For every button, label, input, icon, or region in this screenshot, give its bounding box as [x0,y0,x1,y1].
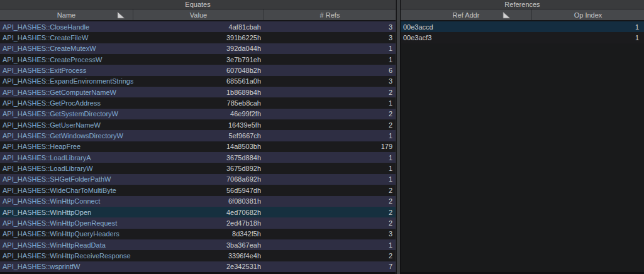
equate-refs-cell: 3 [264,34,396,41]
equate-refs-cell: 2 [264,209,396,216]
table-row[interactable]: 00e3acf31 [401,32,644,43]
equate-name-cell: API_HASHES::ExitProcess [0,67,133,74]
equate-name-cell: API_HASHES::GetComputerNameW [0,89,133,96]
equate-value-cell: 4ed70682h [133,209,264,216]
equate-value-cell: 391b6225h [133,34,264,41]
equate-refs-cell: 2 [264,89,396,96]
equate-refs-cell: 3 [264,77,396,85]
table-row[interactable]: API_HASHES::GetUserNameW16439e5fh2 [0,119,396,130]
reference-op-index-cell: 1 [532,34,644,41]
equate-name-cell: API_HASHES::GetWindowsDirectoryW [0,132,133,140]
equate-value-cell: 46e99f2fh [133,110,264,118]
table-row[interactable]: API_HASHES::GetComputerNameW1b8689b4h2 [0,87,396,97]
equate-value-cell: 685561a0h [133,77,264,85]
reference-addr-cell: 00e3acf3 [401,34,532,41]
equate-name-cell: API_HASHES::WinHttpConnect [0,197,133,205]
table-row[interactable]: API_HASHES::GetProcAddress785eb8cah1 [0,97,396,108]
table-row[interactable]: API_HASHES::WinHttpOpenRequest2ed47b18h2 [0,217,396,228]
equate-name-cell: API_HASHES::LoadLibraryA [0,154,133,162]
reference-addr-cell: 00e3accd [401,23,532,31]
table-row[interactable]: API_HASHES::WinHttpReceiveResponse3396f4… [0,250,396,261]
equate-refs-cell: 1 [264,56,396,63]
equate-name-cell: API_HASHES::CreateProcessW [0,56,133,63]
table-row[interactable]: API_HASHES::CreateFileW391b6225h3 [0,32,396,43]
equate-name-cell: API_HASHES::LoadLibraryW [0,165,133,172]
table-row[interactable]: API_HASHES::GetSystemDirectoryW46e99f2fh… [0,109,396,119]
equate-name-cell: API_HASHES::WinHttpOpen [0,209,133,216]
equate-value-cell: 5ef9667ch [133,132,264,140]
equate-name-cell: API_HASHES::CloseHandle [0,23,133,31]
table-row[interactable]: API_HASHES::wsprintfW2e342531h7 [0,261,396,272]
equates-table-body: API_HASHES::CloseHandle4af81cbah3API_HAS… [0,21,396,272]
equate-refs-cell: 7 [264,263,396,270]
table-row[interactable]: API_HASHES::CreateMutexW392da044h1 [0,43,396,54]
equate-name-cell: API_HASHES::CreateMutexW [0,45,133,52]
equate-refs-cell: 3 [264,23,396,31]
equate-refs-cell: 1 [264,175,396,183]
table-row[interactable]: API_HASHES::CloseHandle4af81cbah3 [0,21,396,32]
equate-value-cell: 1b8689b4h [133,89,264,96]
equate-refs-cell: 2 [264,219,396,227]
equates-panel: Equates Name Value # Refs API_HASHES::Cl… [0,0,396,274]
equate-name-cell: API_HASHES::HeapFree [0,143,133,150]
equate-name-cell: API_HASHES::CreateFileW [0,34,133,41]
equates-header-row: Name Value # Refs [0,9,396,21]
column-header-value[interactable]: Value [133,9,264,20]
table-row[interactable]: API_HASHES::ExpandEnvironmentStringsW685… [0,76,396,87]
table-row[interactable]: API_HASHES::LoadLibraryW3675d892h1 [0,163,396,173]
column-header-name[interactable]: Name [0,9,133,20]
equate-value-cell: 3396f4e4h [133,252,264,260]
references-panel-title: References [401,0,644,9]
equate-refs-cell: 1 [264,99,396,107]
panel-splitter[interactable] [396,0,401,274]
equate-refs-cell: 2 [264,197,396,205]
equate-name-cell: API_HASHES::WideCharToMultiByte [0,187,133,194]
equate-name-cell: API_HASHES::wsprintfW [0,263,133,270]
equate-name-cell: API_HASHES::SHGetFolderPathW [0,175,133,183]
table-row[interactable]: API_HASHES::WinHttpOpen4ed70682h2 [0,207,396,217]
column-header-ref-addr[interactable]: Ref Addr [401,9,532,20]
equate-refs-cell: 179 [264,143,396,150]
column-header-ref-addr-label: Ref Addr [453,11,480,19]
equate-value-cell: 2ed47b18h [133,219,264,227]
equate-refs-cell: 2 [264,252,396,260]
column-header-refs-label: # Refs [320,11,340,19]
reference-op-index-cell: 1 [532,23,644,31]
equate-refs-cell: 1 [264,241,396,249]
equate-name-cell: API_HASHES::GetSystemDirectoryW [0,110,133,118]
equate-value-cell: 7068a692h [133,175,264,183]
equate-refs-cell: 1 [264,165,396,172]
table-row[interactable]: API_HASHES::WinHttpReadData3ba367eah1 [0,239,396,250]
column-header-op-index-label: Op Index [574,11,602,19]
equate-refs-cell: 2 [264,121,396,129]
table-row[interactable]: API_HASHES::LoadLibraryA3675d884h1 [0,152,396,163]
table-row[interactable]: 00e3accd1 [401,21,644,32]
table-row[interactable]: API_HASHES::GetWindowsDirectoryW5ef9667c… [0,130,396,141]
table-row[interactable]: API_HASHES::HeapFree14a8503bh179 [0,141,396,152]
equate-name-cell: API_HASHES::ExpandEnvironmentStringsW [0,77,133,85]
equate-value-cell: 3675d892h [133,165,264,172]
equates-references-view: Equates Name Value # Refs API_HASHES::Cl… [0,0,644,274]
column-header-refs[interactable]: # Refs [264,9,396,20]
table-row[interactable]: API_HASHES::CreateProcessW3e7b791eh1 [0,54,396,65]
column-header-op-index[interactable]: Op Index [532,9,644,20]
equate-name-cell: API_HASHES::WinHttpOpenRequest [0,219,133,227]
table-row[interactable]: API_HASHES::WinHttpConnect6f080381h2 [0,196,396,207]
sort-indicator-icon [502,12,511,19]
equate-name-cell: API_HASHES::WinHttpQueryHeaders [0,230,133,238]
equate-value-cell: 14a8503bh [133,143,264,150]
equate-name-cell: API_HASHES::GetProcAddress [0,99,133,107]
table-row[interactable]: API_HASHES::SHGetFolderPathW7068a692h1 [0,174,396,185]
table-row[interactable]: API_HASHES::WideCharToMultiByte56d5947dh… [0,185,396,195]
equate-refs-cell: 2 [264,187,396,194]
column-header-name-label: Name [57,11,75,19]
equate-value-cell: 3675d884h [133,154,264,162]
equates-panel-title: Equates [0,0,396,9]
sort-indicator-icon [117,12,125,19]
equate-name-cell: API_HASHES::WinHttpReadData [0,241,133,249]
table-row[interactable]: API_HASHES::WinHttpQueryHeaders8d342f5h3 [0,229,396,239]
table-row[interactable]: API_HASHES::ExitProcess607048b2h6 [0,65,396,75]
equate-refs-cell: 6 [264,67,396,74]
equate-name-cell: API_HASHES::WinHttpReceiveResponse [0,252,133,260]
references-panel: References Ref Addr Op Index 00e3accd100… [401,0,644,274]
